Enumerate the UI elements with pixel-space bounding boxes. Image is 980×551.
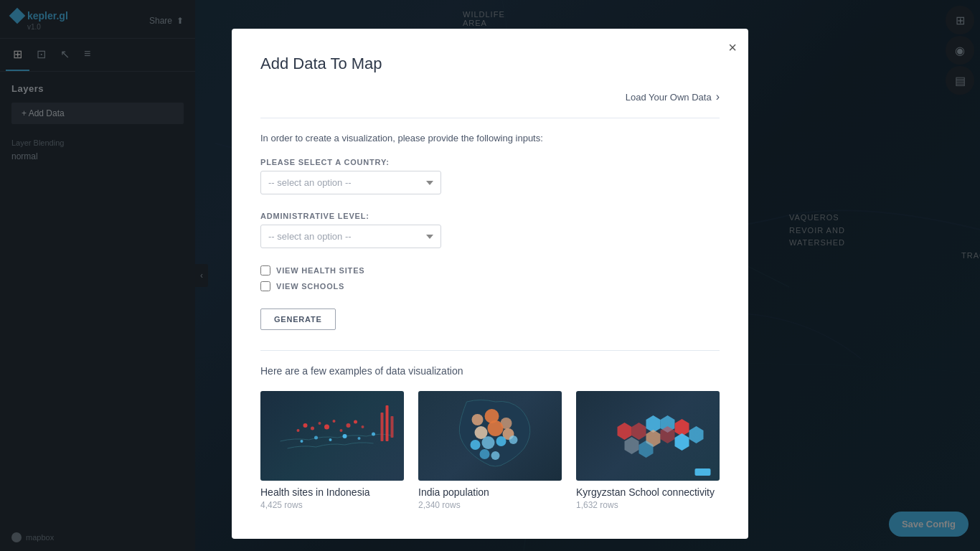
examples-grid: Health sites in Indonesia 4,425 rows bbox=[260, 391, 720, 510]
view-schools-row: VIEW SCHOOLS bbox=[260, 281, 720, 291]
example-thumb-kyrgyzstan bbox=[576, 391, 720, 481]
svg-marker-32 bbox=[632, 423, 646, 440]
svg-point-6 bbox=[340, 429, 343, 432]
svg-point-7 bbox=[347, 423, 351, 428]
view-schools-label: VIEW SCHOOLS bbox=[276, 282, 344, 291]
svg-point-27 bbox=[496, 436, 507, 446]
load-own-data-link[interactable]: Load Your Own Data › bbox=[260, 90, 720, 103]
svg-point-0 bbox=[297, 429, 300, 432]
svg-point-9 bbox=[362, 425, 364, 428]
svg-point-8 bbox=[354, 420, 357, 424]
example-card-india[interactable]: India population 2,340 rows bbox=[418, 391, 562, 510]
country-select[interactable]: -- select an option -- Afghanistan Bangl… bbox=[260, 171, 441, 194]
svg-point-14 bbox=[358, 437, 361, 440]
svg-point-23 bbox=[488, 420, 504, 436]
svg-rect-42 bbox=[695, 468, 711, 476]
svg-point-10 bbox=[301, 440, 303, 443]
view-schools-checkbox[interactable] bbox=[260, 281, 270, 291]
svg-rect-17 bbox=[386, 405, 389, 441]
load-own-data-arrow-icon: › bbox=[716, 90, 720, 103]
svg-point-29 bbox=[480, 449, 490, 459]
admin-level-label: ADMINISTRATIVE LEVEL: bbox=[260, 212, 720, 220]
svg-point-19 bbox=[472, 414, 484, 425]
example-name-kyrgyzstan: Kyrgyzstan School connectivity bbox=[576, 486, 720, 498]
svg-marker-38 bbox=[675, 433, 689, 451]
svg-point-30 bbox=[491, 451, 500, 460]
example-thumb-indonesia bbox=[260, 391, 404, 481]
admin-level-select[interactable]: -- select an option -- Level 0 Level 1 L… bbox=[260, 225, 441, 248]
country-section: PLEASE SELECT A COUNTRY: -- select an op… bbox=[260, 158, 720, 194]
svg-point-1 bbox=[303, 423, 308, 428]
svg-marker-39 bbox=[689, 426, 704, 443]
example-rows-kyrgyzstan: 1,632 rows bbox=[576, 500, 720, 510]
svg-point-11 bbox=[314, 436, 318, 440]
generate-button[interactable]: GENERATE bbox=[260, 309, 336, 330]
modal-instruction: In order to create a visualization, plea… bbox=[260, 133, 720, 143]
example-name-india: India population bbox=[418, 486, 562, 498]
example-card-kyrgyzstan[interactable]: Kyrgyzstan School connectivity 1,632 row… bbox=[576, 391, 720, 510]
svg-rect-18 bbox=[391, 416, 394, 438]
svg-point-15 bbox=[372, 433, 375, 436]
examples-title: Here are a few examples of data visualiz… bbox=[260, 365, 720, 377]
svg-point-25 bbox=[471, 440, 481, 450]
example-rows-india: 2,340 rows bbox=[418, 500, 562, 510]
view-health-sites-row: VIEW HEALTH SITES bbox=[260, 265, 720, 276]
svg-point-28 bbox=[509, 435, 518, 444]
modal-divider-top bbox=[260, 118, 720, 118]
svg-point-26 bbox=[482, 436, 495, 449]
admin-level-section: ADMINISTRATIVE LEVEL: -- select an optio… bbox=[260, 212, 720, 248]
svg-marker-40 bbox=[625, 437, 639, 454]
svg-point-2 bbox=[311, 427, 314, 430]
example-rows-indonesia: 4,425 rows bbox=[260, 500, 404, 510]
svg-point-4 bbox=[324, 425, 329, 430]
svg-rect-16 bbox=[381, 413, 384, 441]
svg-point-3 bbox=[319, 422, 321, 425]
svg-point-5 bbox=[333, 420, 336, 423]
svg-point-12 bbox=[329, 438, 332, 441]
svg-marker-31 bbox=[618, 423, 632, 440]
examples-divider bbox=[260, 350, 720, 351]
modal-title: Add Data To Map bbox=[260, 55, 720, 73]
example-thumb-india bbox=[418, 391, 562, 481]
example-card-indonesia[interactable]: Health sites in Indonesia 4,425 rows bbox=[260, 391, 404, 510]
svg-point-13 bbox=[343, 434, 347, 438]
country-label: PLEASE SELECT A COUNTRY: bbox=[260, 158, 720, 166]
view-health-sites-label: VIEW HEALTH SITES bbox=[276, 266, 364, 275]
load-own-data-label: Load Your Own Data bbox=[626, 92, 712, 103]
modal-overlay: × Add Data To Map Load Your Own Data › I… bbox=[0, 0, 980, 551]
view-health-sites-checkbox[interactable] bbox=[260, 265, 270, 276]
add-data-modal: × Add Data To Map Load Your Own Data › I… bbox=[232, 29, 748, 539]
example-name-indonesia: Health sites in Indonesia bbox=[260, 486, 404, 498]
modal-close-button[interactable]: × bbox=[728, 40, 737, 55]
